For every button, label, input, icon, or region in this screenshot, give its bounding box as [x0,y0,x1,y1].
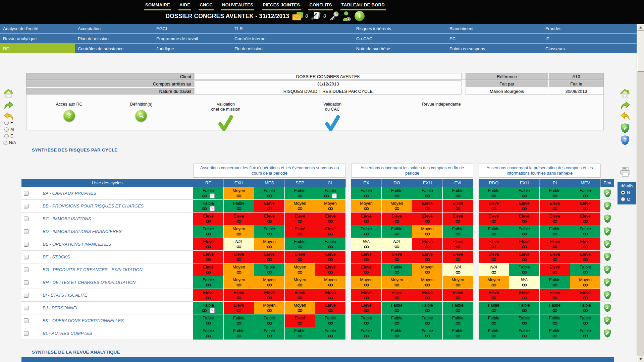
menu-item-contr-le-interne[interactable]: Contrôle interne [231,34,353,43]
link-icon[interactable] [206,233,211,236]
link-icon[interactable] [364,220,369,223]
link-icon[interactable] [455,245,461,248]
link-icon[interactable] [394,309,399,312]
link-icon[interactable] [236,207,241,210]
link-icon[interactable] [298,309,303,312]
cycle-name-link[interactable]: BF - STOCKS [43,254,70,259]
link-icon[interactable] [552,309,557,312]
link-icon[interactable] [267,233,272,236]
link-icon[interactable] [236,284,241,287]
link-icon[interactable] [328,309,333,312]
validate-shield-icon[interactable] [621,123,629,133]
menu-item-note-de-synth-se[interactable]: Note de synthèse [353,44,446,53]
etat-valid-shield-icon[interactable] [604,265,611,274]
link-icon[interactable] [425,335,430,338]
link-icon[interactable] [394,296,399,299]
menu-item-ip[interactable]: IP [542,34,644,43]
link-icon[interactable] [583,284,588,287]
link-icon[interactable] [491,284,496,287]
link-icon[interactable] [425,220,430,223]
menu-item-egci[interactable]: EGCI [153,24,231,33]
link-icon[interactable] [364,271,369,274]
link-icon[interactable] [425,296,430,299]
cycle-name-link[interactable]: BG - PRODUITS ET CREANCES - EXPLOITATION [43,267,143,272]
etat-valid-shield-icon[interactable] [604,240,611,248]
link-icon[interactable] [583,233,588,236]
link-icon[interactable] [522,322,527,325]
scrollbar-thumb[interactable] [637,31,644,72]
cycle-name-link[interactable]: BD - IMMOBILISATIONS FINANCIERES [43,229,121,234]
row-checkbox[interactable] [24,306,29,310]
link-icon[interactable] [425,284,430,287]
scroll-down-button[interactable] [637,356,644,362]
link-icon[interactable] [394,322,399,325]
link-icon[interactable] [267,207,272,210]
nav-item-tableau-de-bord[interactable]: TABLEAU DE BORD [340,2,386,10]
link-icon[interactable] [364,284,369,287]
link-icon[interactable] [491,194,496,197]
help-shield-icon[interactable] [621,135,629,145]
link-icon[interactable] [583,194,588,197]
row-checkbox[interactable] [24,318,29,323]
link-icon[interactable] [552,296,557,299]
link-icon[interactable] [583,220,588,223]
link-icon[interactable] [425,245,430,248]
etat-valid-shield-icon[interactable] [604,304,611,312]
link-icon[interactable] [583,258,588,261]
edit-note-icon[interactable]: ✎ [210,206,215,211]
add-icon[interactable]: + [355,11,365,21]
nav-item-nouveautes[interactable]: NOUVEAUTES [221,2,254,10]
nav-item-pieces-jointes[interactable]: PIECES JOINTES [262,2,301,10]
link-icon[interactable] [236,309,241,312]
link-icon[interactable] [455,271,461,274]
link-icon[interactable] [206,220,211,223]
link-icon[interactable] [298,220,303,223]
etat-valid-shield-icon[interactable] [604,278,611,287]
link-icon[interactable] [267,220,272,223]
link-icon[interactable] [552,271,557,274]
link-icon[interactable] [394,284,399,287]
link-icon[interactable] [425,309,430,312]
link-icon[interactable] [267,194,272,197]
link-icon[interactable] [522,258,527,261]
link-icon[interactable] [298,258,303,261]
link-icon[interactable] [552,207,557,210]
edit-note-icon[interactable]: ✎ [332,193,337,198]
link-icon[interactable] [206,322,211,325]
link-icon[interactable] [206,284,211,287]
link-icon[interactable] [455,322,461,325]
etat-valid-shield-icon[interactable] [604,215,611,223]
menu-item-revue-analytique[interactable]: Revue analytique [0,34,75,43]
edit-note-icon[interactable]: ✎ [210,193,215,198]
row-checkbox[interactable] [24,280,29,285]
link-icon[interactable] [491,207,496,210]
user-icon[interactable] [342,11,352,21]
radio-n[interactable] [621,190,625,195]
link-icon[interactable] [267,335,272,338]
cycle-name-link[interactable]: BB - PROVISIONS POUR RISQUES ET CHARGES [43,203,144,208]
link-icon[interactable] [491,220,496,223]
link-icon[interactable] [364,245,369,248]
magnifier-ball-icon[interactable] [136,110,147,121]
menu-item-analyse-de-l-entit-[interactable]: Analyse de l'entité [0,24,75,33]
menu-item-fin-de-mission[interactable]: Fin de mission [231,44,353,53]
etat-valid-shield-icon[interactable] [604,227,611,236]
forward-arrow-icon[interactable] [620,101,630,110]
row-checkbox[interactable] [24,217,29,221]
home-icon[interactable] [3,88,14,99]
link-icon[interactable] [236,271,241,274]
cycle-name-link[interactable]: BJ - PERSONNEL [43,305,78,310]
link-icon[interactable] [364,207,369,210]
link-icon[interactable] [298,284,303,287]
scroll-up-button[interactable] [637,24,644,31]
radio-o[interactable] [621,197,625,201]
link-icon[interactable] [364,233,369,236]
link-icon[interactable] [491,335,496,338]
link-icon[interactable] [298,233,303,236]
link-icon[interactable] [267,271,272,274]
link-icon[interactable] [206,245,211,248]
link-icon[interactable] [202,194,207,197]
back-arrow-icon[interactable] [620,112,630,121]
menu-item-fraudes[interactable]: Fraudes [542,24,644,33]
link-icon[interactable] [455,284,461,287]
